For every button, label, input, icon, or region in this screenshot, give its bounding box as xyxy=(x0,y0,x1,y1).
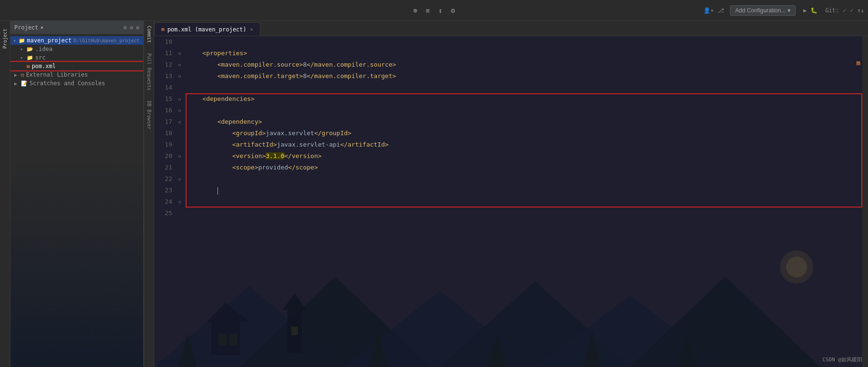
line-number: 22 xyxy=(154,173,172,185)
panel-icon-1[interactable]: ⚙ xyxy=(123,24,127,31)
right-sidebar-strip: Commit Pull Requests DB Browser xyxy=(144,21,154,367)
tree-arrow-src: ▾ xyxy=(20,55,26,60)
tab-label: pom.xml (maven_project) xyxy=(168,26,247,33)
main-layout: Project Project ▾ ⚙ ≡ ⊕ ▾ 📁 maven_projec… xyxy=(0,21,868,367)
git-label: Git: xyxy=(825,7,839,14)
line-number: 20 xyxy=(154,150,172,162)
gutter: ◁◁◁◁◁◁◁◁◁ xyxy=(178,36,187,367)
panel-title: Project ▾ xyxy=(14,24,44,31)
line-number: 25 xyxy=(154,208,172,219)
gutter-cell xyxy=(178,208,187,219)
code-line xyxy=(187,105,862,116)
scrollbar[interactable] xyxy=(862,36,868,367)
tree-label-scratches: Scratches and Consoles xyxy=(30,80,105,87)
code-line: <dependencies> xyxy=(187,93,862,105)
line-number: 21 xyxy=(154,162,172,173)
code-line: <artifactId>javax.servlet-api</artifactI… xyxy=(187,139,862,150)
tree-label-maven-project: maven_project xyxy=(27,37,72,44)
gutter-cell xyxy=(178,36,187,48)
tab-bar: m pom.xml (maven_project) ✕ xyxy=(154,21,868,36)
src-folder-icon: 📁 xyxy=(27,55,33,61)
tree-arrow-maven-project: ▾ xyxy=(13,38,18,43)
code-line xyxy=(187,208,862,219)
tree-item-src[interactable]: ▾ 📁 src xyxy=(10,53,143,62)
add-configuration-button[interactable]: Add Configuration... ▾ xyxy=(730,5,796,16)
gutter-cell: ◁ xyxy=(178,48,187,59)
gutter-cell: ◁ xyxy=(178,70,187,82)
code-line xyxy=(187,36,862,48)
line-numbers: 10111213141516171819202122232425 xyxy=(154,36,178,367)
tree-item-scratches[interactable]: ▶ 📝 Scratches and Consoles xyxy=(10,79,143,88)
git-checkmark-icon: ✓ xyxy=(843,7,846,14)
sidebar-item-commit[interactable]: Commit xyxy=(146,21,153,48)
git-arrows-icon: ↑↓ xyxy=(858,7,864,14)
code-area[interactable]: <properties> <maven.compiler.source>8</m… xyxy=(187,36,862,367)
tree-item-pom-xml[interactable]: m pom.xml xyxy=(10,62,143,70)
gutter-cell: ◁ xyxy=(178,150,187,162)
code-line xyxy=(187,185,862,196)
gutter-cell: ◁ xyxy=(178,93,187,105)
tree-arrow-scratches: ▶ xyxy=(14,81,20,86)
gutter-cell: ◁ xyxy=(178,59,187,70)
top-toolbar: ⊕ ≡ ↕ ⚙ 👤▾ ⎇ Add Configuration... ▾ ▶ 🐛 … xyxy=(0,0,868,21)
code-line: <groupId>javax.servlet</groupId> xyxy=(187,128,862,139)
tree-arrow-idea: ▾ xyxy=(20,47,26,52)
editor-content: 10111213141516171819202122232425 ◁◁◁◁◁◁◁… xyxy=(154,36,868,367)
code-line: <properties> xyxy=(187,48,862,59)
tree-item-idea[interactable]: ▾ 📂 .idea xyxy=(10,45,143,53)
tree-arrow-ext-lib: ▶ xyxy=(14,72,20,78)
folder-icon: 📁 xyxy=(19,38,25,44)
tree-item-maven-project[interactable]: ▾ 📁 maven_project D:\GitHub\maven_projec… xyxy=(10,36,143,45)
code-line: <maven.compiler.target>8</maven.compiler… xyxy=(187,70,862,82)
dropdown-arrow-icon: ▾ xyxy=(788,7,790,14)
tree-label-pom: pom.xml xyxy=(32,63,56,69)
code-line xyxy=(187,196,862,208)
scratches-icon: 📝 xyxy=(21,80,28,87)
tree-path-maven-project: D:\GitHub\maven_project xyxy=(74,38,139,43)
gutter-cell xyxy=(178,185,187,196)
tab-maven-icon: m xyxy=(161,26,165,32)
run-icon[interactable]: ▶ xyxy=(803,7,807,14)
lib-icon: ⊟ xyxy=(21,72,24,78)
code-line: <scope>provided</scope> xyxy=(187,162,862,173)
gutter-cell: ◁ xyxy=(178,173,187,185)
tree-item-external-libraries[interactable]: ▶ ⊟ External Libraries xyxy=(10,70,143,79)
panel-icon-3[interactable]: ⊕ xyxy=(136,24,139,31)
sort-icon[interactable]: ↕ xyxy=(436,6,444,15)
code-line xyxy=(187,173,862,185)
line-number: 12 xyxy=(154,59,172,70)
tree-label-idea: .idea xyxy=(35,46,52,52)
line-number: 10 xyxy=(154,36,172,48)
tree-label-src: src xyxy=(35,54,46,61)
sidebar-item-db-browser[interactable]: DB Browser xyxy=(146,96,153,134)
tab-close-icon[interactable]: ✕ xyxy=(250,27,253,32)
maven-indicator: m xyxy=(857,59,860,67)
toolbar-center: ⊕ ≡ ↕ ⚙ xyxy=(411,6,457,15)
project-panel: Project ▾ ⚙ ≡ ⊕ ▾ 📁 maven_project D:\Git… xyxy=(10,21,144,367)
panel-dropdown-icon[interactable]: ▾ xyxy=(40,24,44,31)
gutter-cell: ◁ xyxy=(178,116,187,128)
code-line xyxy=(187,82,862,93)
code-line: <version>3.1.0</version> xyxy=(187,150,862,162)
left-sidebar-strip: Project xyxy=(0,21,10,367)
add-icon[interactable]: ⊕ xyxy=(411,6,419,15)
sidebar-item-project[interactable]: Project xyxy=(1,25,9,52)
editor-tab-pom-xml[interactable]: m pom.xml (maven_project) ✕ xyxy=(154,22,260,36)
file-tree: ▾ 📁 maven_project D:\GitHub\maven_projec… xyxy=(10,34,143,367)
panel-header: Project ▾ ⚙ ≡ ⊕ xyxy=(10,21,143,34)
line-number: 17 xyxy=(154,116,172,128)
gutter-cell: ◁ xyxy=(178,196,187,208)
panel-icon-2[interactable]: ≡ xyxy=(130,24,133,31)
list-icon[interactable]: ≡ xyxy=(424,6,432,15)
debug-icon[interactable]: 🐛 xyxy=(810,7,818,14)
sidebar-item-pull-requests[interactable]: Pull Requests xyxy=(146,49,153,95)
add-config-label: Add Configuration... xyxy=(735,7,786,14)
code-line: <maven.compiler.source>8</maven.compiler… xyxy=(187,59,862,70)
editor-area: m m pom.xml (maven_project) ✕ 1011121314… xyxy=(154,21,868,367)
line-number: 24 xyxy=(154,196,172,208)
code-line: <dependency> xyxy=(187,116,862,128)
line-number: 23 xyxy=(154,185,172,196)
toolbar-right: 👤▾ ⎇ Add Configuration... ▾ ▶ 🐛 Git: ✓ ✓… xyxy=(703,5,864,16)
settings-icon[interactable]: ⚙ xyxy=(449,6,456,15)
gutter-cell: ◁ xyxy=(178,105,187,116)
